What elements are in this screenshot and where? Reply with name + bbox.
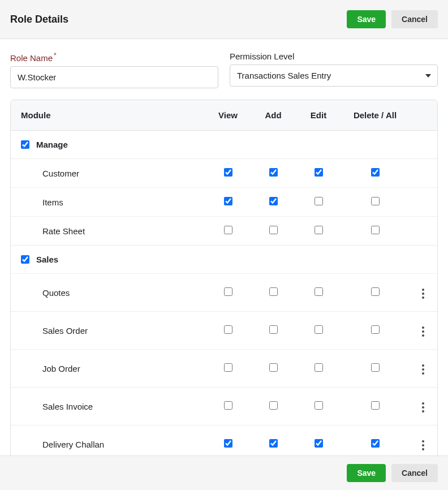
add-checkbox[interactable] (269, 287, 278, 296)
section-label: Manage (36, 140, 68, 149)
cell-edit (296, 217, 341, 246)
cell-delete (341, 188, 409, 217)
section-cell: Sales (11, 246, 437, 274)
permissions-table-wrapper: Module View Add Edit Delete / All Manage… (10, 100, 438, 463)
table-row: Sales Invoice (11, 388, 437, 425)
cell-delete (341, 159, 409, 188)
cell-actions (409, 159, 437, 188)
save-button[interactable]: Save (347, 10, 386, 28)
cell-view (205, 312, 251, 350)
cell-add (251, 188, 296, 217)
cell-actions (409, 312, 437, 350)
cell-view (205, 217, 251, 246)
table-row: Job Order (11, 350, 437, 388)
view-checkbox[interactable] (224, 287, 232, 296)
col-delete: Delete / All (341, 100, 409, 131)
permission-level-select[interactable]: Transactions Sales Entry (230, 65, 438, 87)
cell-delete (341, 312, 409, 350)
module-label: Job Order (11, 350, 205, 388)
cell-view (205, 350, 251, 388)
module-label: Sales Order (11, 312, 205, 350)
section-checkbox[interactable] (21, 255, 29, 264)
delete-checkbox[interactable] (371, 287, 380, 296)
delete-checkbox[interactable] (371, 363, 380, 372)
more-options-icon[interactable] (419, 361, 428, 378)
cell-view (205, 188, 251, 217)
add-checkbox[interactable] (269, 439, 278, 448)
permissions-table: Module View Add Edit Delete / All Manage… (11, 100, 437, 463)
role-name-input[interactable] (10, 66, 218, 88)
add-checkbox[interactable] (269, 363, 278, 372)
cell-edit (296, 350, 341, 388)
page-title: Role Details (10, 14, 68, 25)
view-checkbox[interactable] (224, 363, 232, 372)
cell-add (251, 388, 296, 425)
table-row: Quotes (11, 274, 437, 312)
col-add: Add (251, 100, 296, 131)
view-checkbox[interactable] (224, 197, 232, 205)
add-checkbox[interactable] (269, 325, 278, 334)
cell-delete (341, 274, 409, 312)
edit-checkbox[interactable] (315, 168, 323, 177)
footer-cancel-button[interactable]: Cancel (391, 464, 438, 482)
delete-checkbox[interactable] (371, 439, 380, 448)
edit-checkbox[interactable] (315, 401, 323, 410)
header-actions: Save Cancel (347, 10, 438, 28)
cell-delete (341, 350, 409, 388)
add-checkbox[interactable] (269, 401, 278, 410)
view-checkbox[interactable] (224, 401, 232, 410)
header-bar: Role Details Save Cancel (0, 0, 448, 39)
edit-checkbox[interactable] (315, 439, 323, 448)
cell-add (251, 274, 296, 312)
required-asterisk: * (54, 51, 57, 59)
edit-checkbox[interactable] (315, 226, 323, 234)
edit-checkbox[interactable] (315, 325, 323, 334)
delete-checkbox[interactable] (371, 401, 380, 410)
col-module: Module (11, 100, 205, 131)
view-checkbox[interactable] (224, 168, 232, 177)
role-name-label: Role Name* (10, 51, 218, 63)
add-checkbox[interactable] (269, 226, 278, 234)
permission-level-label: Permission Level (230, 51, 438, 61)
delete-checkbox[interactable] (371, 168, 380, 177)
add-checkbox[interactable] (269, 168, 278, 177)
cell-edit (296, 274, 341, 312)
cell-add (251, 159, 296, 188)
edit-checkbox[interactable] (315, 363, 323, 372)
permission-level-group: Permission Level Transactions Sales Entr… (230, 51, 438, 88)
more-options-icon[interactable] (419, 437, 428, 454)
footer-bar: Save Cancel (0, 455, 448, 490)
table-row: Sales Order (11, 312, 437, 350)
cell-add (251, 312, 296, 350)
view-checkbox[interactable] (224, 325, 232, 334)
cell-actions (409, 388, 437, 425)
more-options-icon[interactable] (419, 399, 428, 416)
cell-add (251, 217, 296, 246)
edit-checkbox[interactable] (315, 197, 323, 205)
form-area: Role Name* Permission Level Transactions… (0, 39, 448, 88)
edit-checkbox[interactable] (315, 287, 323, 296)
view-checkbox[interactable] (224, 226, 232, 234)
section-checkbox[interactable] (21, 140, 29, 149)
table-row: Rate Sheet (11, 217, 437, 246)
cell-delete (341, 217, 409, 246)
view-checkbox[interactable] (224, 439, 232, 448)
module-label: Quotes (11, 274, 205, 312)
col-actions (409, 100, 437, 131)
more-options-icon[interactable] (419, 323, 428, 340)
cell-view (205, 159, 251, 188)
cell-add (251, 350, 296, 388)
module-label: Items (11, 188, 205, 217)
footer-save-button[interactable]: Save (347, 464, 386, 482)
cell-edit (296, 159, 341, 188)
delete-checkbox[interactable] (371, 325, 380, 334)
table-row: Customer (11, 159, 437, 188)
add-checkbox[interactable] (269, 197, 278, 205)
cancel-button[interactable]: Cancel (391, 10, 438, 28)
section-cell: Manage (11, 131, 437, 159)
module-label: Customer (11, 159, 205, 188)
delete-checkbox[interactable] (371, 226, 380, 234)
more-options-icon[interactable] (419, 285, 428, 302)
cell-view (205, 388, 251, 425)
delete-checkbox[interactable] (371, 197, 380, 205)
